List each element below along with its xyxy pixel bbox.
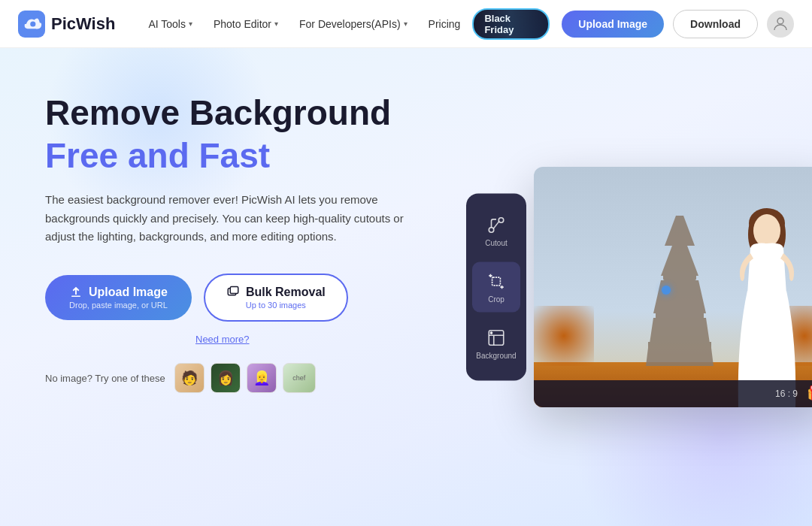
- black-friday-badge[interactable]: Black Friday: [472, 8, 550, 40]
- chevron-down-icon: ▾: [274, 20, 278, 28]
- svg-marker-18: [646, 348, 714, 366]
- chevron-down-icon: ▾: [404, 20, 408, 28]
- user-icon: [771, 15, 789, 33]
- nav-pricing[interactable]: Pricing: [420, 12, 470, 36]
- tool-cutout-label: Cutout: [485, 239, 507, 247]
- nav-developers[interactable]: For Developers(APIs) ▾: [290, 12, 417, 36]
- hero-description: The easiest background remover ever! Pic…: [45, 191, 406, 246]
- bulk-sub-label: Up to 30 images: [246, 301, 306, 310]
- download-button[interactable]: Download: [673, 10, 758, 38]
- sample-thumb-4[interactable]: chef: [283, 363, 316, 393]
- upload-sub-label: Drop, paste image, or URL: [69, 301, 168, 310]
- svg-marker-16: [650, 318, 710, 343]
- background-icon: [486, 328, 506, 348]
- need-more-link[interactable]: Need more?: [195, 334, 421, 345]
- tool-crop-label: Crop: [488, 295, 504, 304]
- svg-point-2: [777, 18, 783, 24]
- gift-icon: 🎁: [807, 385, 812, 403]
- main-content: Remove Background Free and Fast The easi…: [0, 48, 812, 526]
- bulk-icon: [226, 286, 240, 299]
- svg-marker-11: [665, 216, 695, 246]
- photo-meta-bar: 16 : 9 🎁: [534, 380, 812, 407]
- svg-marker-12: [661, 246, 698, 276]
- chevron-down-icon: ▾: [189, 20, 192, 28]
- sample-row: No image? Try one of these 🧑 👩 👱‍♀️ chef: [45, 363, 421, 393]
- upload-image-button[interactable]: Upload Image: [562, 11, 664, 38]
- crop-icon: [486, 272, 506, 292]
- hero-upload-button[interactable]: Upload Image Drop, paste image, or URL: [45, 275, 192, 320]
- upload-arrow-icon: [69, 286, 83, 299]
- bulk-removal-button[interactable]: Bulk Removal Up to 30 images: [204, 274, 348, 322]
- sample-thumb-2[interactable]: 👩: [211, 363, 241, 393]
- svg-rect-15: [656, 312, 704, 318]
- sample-images: 🧑 👩 👱‍♀️ chef: [174, 363, 316, 393]
- cta-row: Upload Image Drop, paste image, or URL B…: [45, 274, 421, 322]
- svg-point-23: [753, 214, 780, 247]
- hero-headline-line2: Free and Fast: [45, 136, 421, 176]
- logo-text: PicWish: [51, 14, 115, 34]
- avatar[interactable]: [767, 11, 794, 38]
- tool-crop[interactable]: Crop: [472, 262, 520, 313]
- svg-point-10: [490, 332, 492, 334]
- eiffel-tower-icon: [635, 216, 725, 366]
- subject-person: [714, 189, 812, 407]
- svg-rect-8: [492, 277, 501, 286]
- tool-background[interactable]: Background: [472, 319, 520, 369]
- main-nav: AI Tools ▾ Photo Editor ▾ For Developers…: [139, 8, 550, 40]
- hero-left: Remove Background Free and Fast The easi…: [0, 48, 421, 526]
- svg-rect-3: [71, 296, 80, 298]
- header: PicWish AI Tools ▾ Photo Editor ▾ For De…: [0, 0, 812, 48]
- tree-left: [534, 306, 594, 366]
- logo-icon: [18, 11, 45, 38]
- hero-right: Cutout Crop: [421, 48, 812, 526]
- photo-preview: 16 : 9 🎁: [534, 167, 812, 407]
- sample-label: No image? Try one of these: [45, 373, 165, 384]
- svg-rect-5: [230, 287, 238, 294]
- svg-point-1: [30, 21, 35, 26]
- brush-indicator: [662, 286, 671, 295]
- tool-background-label: Background: [476, 352, 516, 360]
- nav-ai-tools[interactable]: AI Tools ▾: [139, 12, 201, 36]
- svg-rect-13: [663, 274, 696, 280]
- svg-marker-14: [653, 280, 706, 313]
- sample-thumb-3[interactable]: 👱‍♀️: [247, 363, 277, 393]
- svg-rect-17: [648, 342, 711, 348]
- header-actions: Upload Image Download: [562, 10, 794, 38]
- eiffel-scene: [534, 167, 812, 407]
- cutout-icon: [486, 216, 506, 235]
- editor-tools-panel: Cutout Crop: [466, 194, 526, 381]
- logo[interactable]: PicWish: [18, 11, 115, 38]
- hero-headline-line1: Remove Background: [45, 93, 421, 133]
- ratio-label: 16 : 9: [775, 388, 798, 399]
- nav-photo-editor[interactable]: Photo Editor ▾: [205, 12, 287, 36]
- tool-cutout[interactable]: Cutout: [472, 206, 520, 256]
- sample-thumb-1[interactable]: 🧑: [174, 363, 205, 393]
